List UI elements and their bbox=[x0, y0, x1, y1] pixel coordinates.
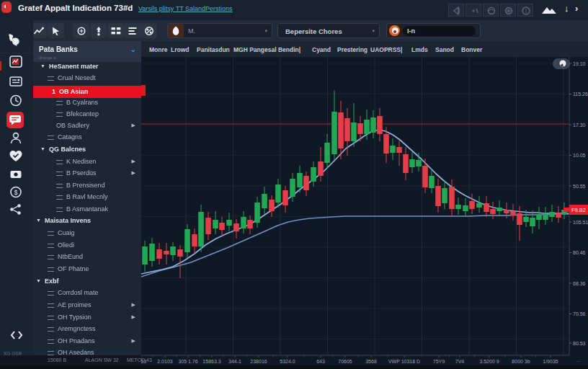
svg-text:115.26: 115.26 bbox=[573, 92, 588, 97]
svg-text:5324.0: 5324.0 bbox=[280, 359, 295, 364]
svg-text:2.0103: 2.0103 bbox=[157, 359, 173, 364]
svg-text:3.5200 9: 3.5200 9 bbox=[479, 359, 499, 364]
svg-text:1/9035: 1/9035 bbox=[543, 359, 558, 364]
svg-text:50.55: 50.55 bbox=[573, 184, 586, 189]
svg-text:80.53: 80.53 bbox=[573, 341, 586, 346]
svg-text:3568: 3568 bbox=[365, 359, 377, 364]
svg-text:VWP 10318 D: VWP 10318 D bbox=[388, 359, 420, 364]
svg-text:15863.3: 15863.3 bbox=[202, 359, 220, 364]
svg-text:7V4: 7V4 bbox=[455, 359, 465, 364]
svg-text:344-1: 344-1 bbox=[228, 359, 241, 364]
svg-text:17.30: 17.30 bbox=[573, 123, 586, 128]
svg-text:F9.B2: F9.B2 bbox=[571, 207, 586, 213]
svg-text:105.51: 105.51 bbox=[573, 220, 588, 225]
svg-text:...: ... bbox=[576, 357, 581, 363]
svg-text:70605: 70605 bbox=[338, 359, 352, 364]
svg-text:68.36: 68.36 bbox=[573, 281, 586, 286]
svg-text:10.05: 10.05 bbox=[573, 153, 586, 158]
svg-text:80.46: 80.46 bbox=[573, 250, 586, 255]
svg-text:305 1.76: 305 1.76 bbox=[178, 359, 197, 364]
svg-text:1: 1 bbox=[525, 8, 527, 14]
svg-text:19.10: 19.10 bbox=[573, 61, 586, 66]
svg-text:8000 3b: 8000 3b bbox=[512, 359, 530, 364]
svg-text:75Y9: 75Y9 bbox=[433, 359, 445, 364]
svg-text:643: 643 bbox=[316, 359, 325, 364]
svg-text:70.56: 70.56 bbox=[573, 311, 586, 316]
svg-text:$: $ bbox=[14, 189, 17, 196]
svg-text:238016: 238016 bbox=[250, 359, 267, 364]
